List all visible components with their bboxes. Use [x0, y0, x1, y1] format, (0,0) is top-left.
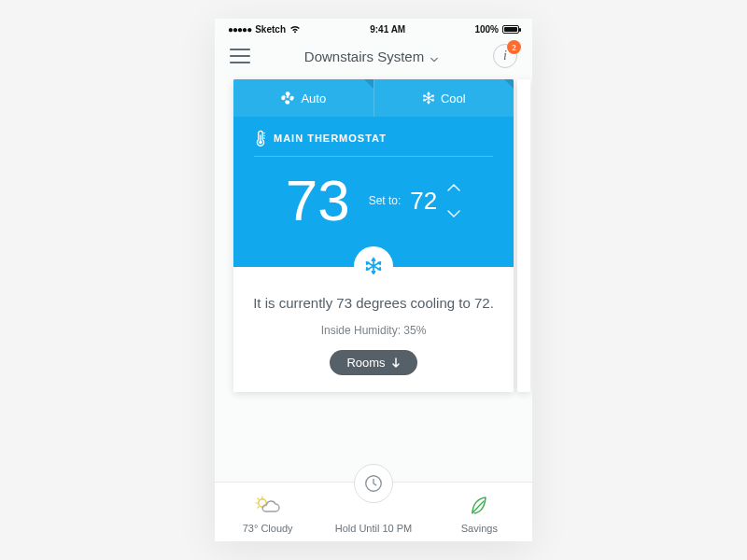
- cloudy-icon: [254, 496, 282, 516]
- rooms-label: Rooms: [346, 356, 385, 370]
- svg-line-8: [258, 498, 259, 499]
- tab-weather[interactable]: 73° Cloudy: [215, 483, 320, 541]
- thermometer-icon: [254, 130, 267, 147]
- battery-pct: 100%: [474, 24, 499, 35]
- app-frame: ●●●●● Sketch 9:41 AM 100% Downstairs Sys…: [215, 19, 532, 541]
- temperature-row: 73 Set to: 72: [254, 157, 493, 230]
- status-bar: ●●●●● Sketch 9:41 AM 100%: [215, 19, 532, 38]
- thermostat-panel: MAIN THERMOSTAT 73 Set to: 72: [233, 117, 514, 267]
- set-to-label: Set to:: [369, 194, 402, 207]
- card-lower: It is currently 73 degrees cooling to 72…: [233, 267, 514, 392]
- battery-icon: [502, 25, 519, 34]
- tab-weather-label: 73° Cloudy: [243, 523, 293, 534]
- leaf-icon: [469, 495, 489, 517]
- card-area: Auto Cool: [215, 79, 532, 392]
- thermostat-card: Auto Cool: [233, 79, 514, 392]
- arrow-down-icon: [391, 357, 401, 369]
- system-title: Downstairs System: [304, 49, 424, 64]
- signal-dots-icon: ●●●●●: [228, 24, 251, 35]
- fan-icon: [280, 91, 295, 105]
- thermostat-header: MAIN THERMOSTAT: [254, 126, 493, 157]
- status-left: ●●●●● Sketch: [228, 24, 301, 35]
- mode-cool-label: Cool: [441, 91, 466, 105]
- dropdown-corner-icon: [364, 79, 374, 89]
- set-temperature-block: Set to: 72: [369, 179, 462, 222]
- snowflake-icon: [364, 257, 383, 275]
- status-text: It is currently 73 degrees cooling to 72…: [250, 293, 497, 313]
- temp-up-button[interactable]: [446, 179, 461, 196]
- clock-circle: [354, 464, 393, 503]
- status-time: 9:41 AM: [370, 24, 405, 35]
- thermostat-label: MAIN THERMOSTAT: [274, 133, 387, 144]
- tab-savings[interactable]: Savings: [427, 483, 532, 541]
- temp-down-button[interactable]: [446, 205, 461, 222]
- mode-indicator-circle: [354, 246, 393, 286]
- current-temp: 73: [286, 172, 350, 230]
- system-selector[interactable]: Downstairs System: [304, 49, 439, 64]
- svg-line-9: [258, 507, 259, 508]
- set-temp-value: 72: [410, 187, 437, 216]
- mode-auto-label: Auto: [301, 91, 326, 105]
- svg-point-5: [258, 499, 265, 507]
- rooms-button[interactable]: Rooms: [330, 350, 416, 375]
- clock-icon: [363, 473, 384, 494]
- mode-auto-button[interactable]: Auto: [233, 79, 374, 117]
- next-card-peek[interactable]: [517, 79, 530, 392]
- carrier-label: Sketch: [255, 24, 286, 35]
- tab-hold-label: Hold Until 10 PM: [335, 523, 413, 534]
- tab-hold[interactable]: Hold Until 10 PM: [320, 483, 426, 541]
- humidity-text: Inside Humidity: 35%: [250, 324, 497, 337]
- chevron-down-icon: [430, 51, 439, 61]
- tab-savings-label: Savings: [461, 523, 498, 534]
- mode-row: Auto Cool: [233, 79, 514, 117]
- status-right: 100%: [474, 24, 519, 35]
- info-button[interactable]: i 2: [493, 44, 517, 68]
- temp-stepper: [446, 179, 461, 222]
- dropdown-corner-icon: [504, 79, 514, 89]
- mode-cool-button[interactable]: Cool: [374, 79, 514, 117]
- wifi-icon: [289, 25, 301, 34]
- tab-bar: 73° Cloudy Hold Until 10 PM Savings: [215, 482, 532, 541]
- notification-badge: 2: [507, 40, 521, 54]
- menu-button[interactable]: [230, 49, 250, 63]
- header: Downstairs System i 2: [215, 38, 532, 79]
- snowflake-icon: [422, 91, 435, 105]
